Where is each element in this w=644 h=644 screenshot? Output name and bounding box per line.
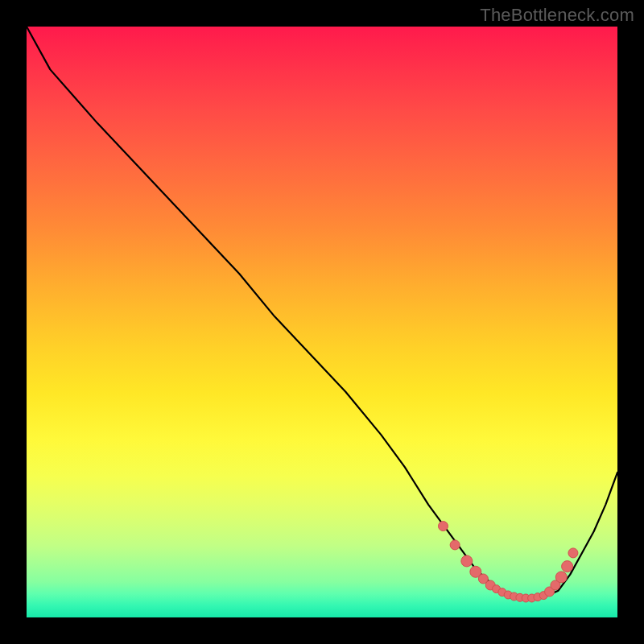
curve-marker [562, 561, 573, 572]
curve-marker [555, 572, 567, 583]
curve-marker [568, 548, 578, 558]
curve-marker [450, 540, 460, 550]
curve-markers [438, 522, 577, 602]
plot-area [27, 27, 617, 617]
curve-marker [438, 522, 448, 531]
chart-svg [27, 27, 617, 617]
curve-line [27, 27, 617, 599]
chart-frame: TheBottleneck.com [0, 0, 644, 644]
curve-marker [461, 555, 473, 567]
watermark-label: TheBottleneck.com [480, 5, 634, 26]
